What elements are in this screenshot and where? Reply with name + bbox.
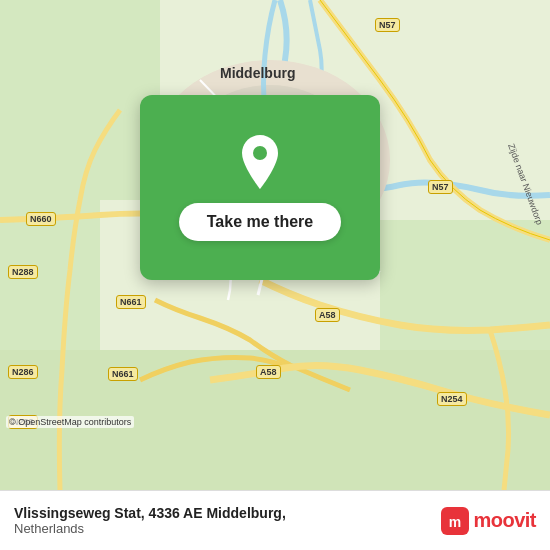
action-card: Take me there [140,95,380,280]
osm-attribution: © OpenStreetMap contributors [6,416,134,428]
svg-rect-1 [0,0,160,200]
road-label-a58-mid: A58 [256,365,281,379]
location-pin-icon [238,135,282,189]
svg-point-24 [253,146,267,160]
moovit-text: moovit [473,509,536,532]
svg-text:m: m [449,514,461,530]
moovit-icon: m [441,507,469,535]
moovit-logo: m moovit [441,507,536,535]
road-label-n660: N660 [26,212,56,226]
road-label-n57-top: N57 [375,18,400,32]
road-label-n288-top: N288 [8,265,38,279]
road-label-n661-top: N661 [116,295,146,309]
road-label-n57-mid: N57 [428,180,453,194]
road-label-a58-top: A58 [315,308,340,322]
road-label-n661-bot: N661 [108,367,138,381]
footer: Vlissingseweg Stat, 4336 AE Middelburg, … [0,490,550,550]
road-label-n254: N254 [437,392,467,406]
take-me-there-button[interactable]: Take me there [179,203,341,241]
road-label-n286: N286 [8,365,38,379]
map-container: Zijde naar Nieuwdorp Middelburg N57 N57 … [0,0,550,490]
footer-subtitle: Netherlands [14,521,286,536]
footer-address: Vlissingseweg Stat, 4336 AE Middelburg, … [14,505,286,536]
footer-title: Vlissingseweg Stat, 4336 AE Middelburg, [14,505,286,521]
